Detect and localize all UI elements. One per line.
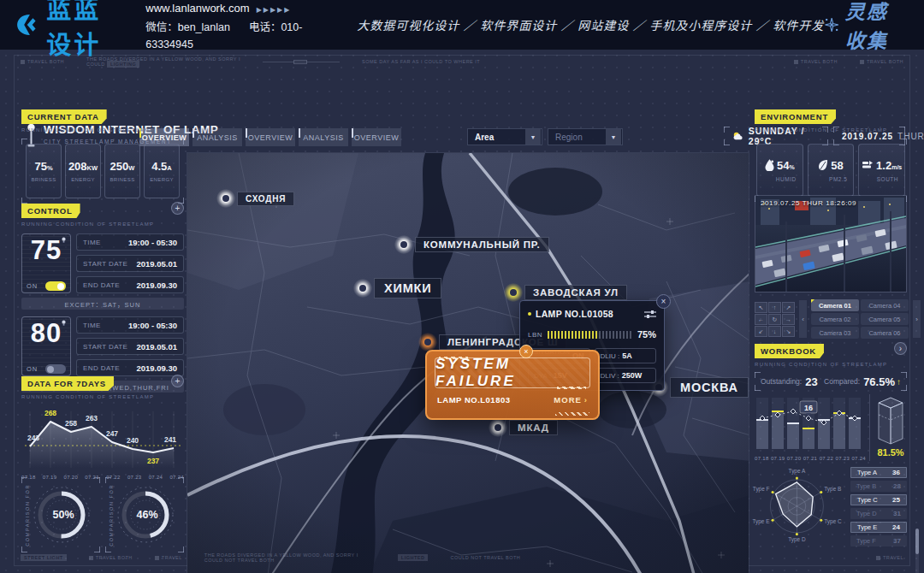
camera-controls: ↖ ↑ ↗ ← ↻ → ↙ ↓ ↘ ‹ Camera 01 Camera 04 … [755, 299, 921, 339]
camera-06-button[interactable]: Camera 06 [861, 327, 909, 339]
workbook-percent: 81.5% [877, 447, 903, 458]
leaf-icon [818, 159, 828, 171]
field-dliv: DLIV :250W [595, 368, 656, 383]
alert-title: SYSTEM FAILURE [435, 356, 589, 390]
lamp-pin-icon [394, 235, 413, 254]
region-dropdown-value: Region [555, 133, 583, 142]
start-date-row[interactable]: START DATE2019.05.01 [76, 255, 184, 272]
close-icon[interactable]: × [656, 294, 671, 309]
decor-chip: STREET LIGHT [21, 554, 67, 561]
tab-analysis-1[interactable]: ANALYSIS [192, 128, 242, 146]
sun-cloud-icon [732, 131, 743, 141]
system-failure-alert: × SYSTEM FAILURE LAMP NO.L01803 MORE› [425, 350, 600, 420]
camera-05-button[interactable]: Camera 05 [861, 313, 909, 325]
control-panel: CONTROL RUNNING CONDITION OF STREETLAMP … [21, 202, 184, 393]
time-row[interactable]: TIME19:00 - 05:30 [76, 316, 184, 334]
scrollbar[interactable] [915, 529, 919, 573]
camera-01-button[interactable]: Camera 01 [811, 299, 859, 311]
type-row-f[interactable]: Type F37 [850, 535, 907, 546]
camera-feed-image [755, 196, 906, 292]
type-row-a[interactable]: Type A36 [850, 467, 907, 478]
control-group-1: 75 ON TIME19:00 - 05:30 START DATE2019.0… [21, 233, 184, 293]
power-toggle[interactable] [45, 364, 66, 374]
lamp-pin-icon [504, 283, 523, 302]
sparkle-icon [824, 14, 839, 36]
more-button[interactable]: MORE› [554, 395, 588, 405]
camera-02-button[interactable]: Camera 02 [811, 313, 859, 325]
refresh-icon[interactable]: ↻ [768, 314, 781, 325]
lbn-progress-bar[interactable] [548, 331, 632, 339]
pan-up-right-button[interactable]: ↗ [782, 302, 795, 313]
humidity-card: 54% HUMID [756, 144, 803, 197]
dashboard: TRAVEL BOTH THE ROADS DIVERGED IN A YELL… [0, 50, 924, 573]
expand-chart-button[interactable]: + [171, 375, 184, 387]
panel-subtitle: RUNNING CONDITION OF STREETLAMP [21, 127, 184, 133]
region-dropdown[interactable]: Region ▼ [548, 128, 623, 145]
map-pin-khimki[interactable]: ХИМКИ [353, 278, 441, 298]
power-toggle[interactable] [45, 281, 66, 291]
next-page-button[interactable]: › [894, 342, 907, 355]
map-pin-zavodskaya[interactable]: ЗАВОДСКАЯ УЛ [504, 283, 627, 302]
camera-prev-button[interactable]: ‹ [799, 300, 807, 338]
pan-up-button[interactable]: ↑ [768, 302, 781, 313]
current-data-panel: CURRENT DATA RUNNING CONDITION OF STREET… [21, 108, 184, 204]
chevron-down-icon[interactable]: ▼ [525, 129, 541, 145]
services-list: 大数据可视化设计 ／ 软件界面设计 ／ 网站建设 ／ 手机及小程序设计 ／ 软件… [357, 16, 824, 33]
type-row-c[interactable]: Type C25 [850, 494, 907, 505]
chevron-right-icon: › [584, 395, 588, 405]
decor-text: SOME DAY AS FAR AS I COULD TO WHERE IT [362, 59, 480, 64]
end-date-row[interactable]: END DATE2019.09.30 [76, 359, 184, 376]
gauge-2: COMPARISON FOR 46% [105, 477, 184, 552]
time-row[interactable]: TIME19:00 - 05:30 [76, 233, 184, 251]
decor-text: TRAVEL [876, 555, 903, 560]
environment-cards: 54% HUMID 58 PM2.5 1.2m/s SOU [756, 144, 905, 197]
chevron-down-icon[interactable]: ▼ [606, 129, 621, 145]
tab-overview-3[interactable]: OVERVIEW [352, 128, 401, 146]
type-row-e[interactable]: Type E24 [850, 522, 907, 533]
pm25-card: 58 PM2.5 [808, 144, 855, 197]
environment-panel: ENVIRONMENT RUNNING CONDITION OF STREETL… [755, 108, 907, 202]
bulb-icon [61, 237, 67, 243]
camera-next-button[interactable]: › [913, 300, 921, 338]
comparison-gauges: COMPARISON FOR 50% COMPARISON FOR 46% [21, 477, 184, 552]
panel-subtitle: RUNNING CONDITION OF STREETLAMP [21, 222, 154, 227]
tab-overview-2[interactable]: OVERVIEW [246, 128, 295, 146]
tab-analysis-2[interactable]: ANALYSIS [299, 128, 348, 146]
pan-left-button[interactable]: ← [755, 314, 767, 325]
svg-text:258: 258 [65, 419, 77, 428]
map-pin-mkad[interactable]: МКАД [489, 418, 558, 437]
type-analysis-panel: Type A Type B Type C Type D Type E Type … [751, 458, 907, 552]
pan-down-right-button[interactable]: ↘ [782, 326, 795, 337]
camera-04-button[interactable]: Camera 04 [861, 299, 909, 311]
workbook-panel: WORKBOOK RUNNING CONDITION OF STREETLAMP… [755, 342, 907, 461]
area-dropdown[interactable]: Area ▼ [467, 128, 542, 145]
decor-text: TRAVEL BOTH [89, 555, 133, 560]
decor-text: TRAVEL BOTH [860, 59, 903, 64]
outstanding-label: Outstanding: [761, 377, 802, 386]
type-row-d[interactable]: Type D31 [850, 508, 907, 519]
svg-text:16: 16 [804, 404, 813, 412]
pan-down-left-button[interactable]: ↙ [755, 326, 767, 337]
city-map[interactable]: СХОДНЯ КОММУНАЛЬНЫЙ ПР. ХИМКИ ЗАВОДСКАЯ … [187, 152, 749, 573]
svg-text:Type B: Type B [824, 486, 841, 493]
brand-logo: 蓝蓝设计 [15, 0, 123, 61]
start-date-row[interactable]: START DATE2019.05.01 [76, 338, 184, 355]
camera-feed[interactable]: 2019.07.25 THUR 18:26:09 [755, 195, 907, 292]
map-pin-skhodnya[interactable]: СХОДНЯ [216, 189, 294, 208]
sliders-icon[interactable] [644, 310, 656, 318]
camera-03-button[interactable]: Camera 03 [811, 327, 859, 339]
gauge-value: 46% [136, 509, 157, 521]
radar-chart: Type A Type B Type C Type D Type E Type … [751, 458, 847, 552]
svg-text:237: 237 [147, 457, 159, 465]
pan-down-button[interactable]: ↓ [768, 326, 781, 337]
svg-text:Type A: Type A [789, 468, 806, 475]
add-control-button[interactable]: + [171, 202, 184, 215]
inspiration-collect: 灵感收集 [824, 0, 905, 54]
map-pin-kommunalny[interactable]: КОММУНАЛЬНЫЙ ПР. [394, 235, 549, 254]
website-url: www.lanlanwork.com [145, 2, 249, 15]
pan-right-button[interactable]: → [782, 314, 795, 325]
end-date-row[interactable]: END DATE2019.09.30 [76, 276, 184, 293]
pan-up-left-button[interactable]: ↖ [755, 302, 767, 313]
arrow-decoration: ▶▶▶▶▶ [257, 6, 292, 14]
type-row-b[interactable]: Type B28 [850, 481, 907, 492]
